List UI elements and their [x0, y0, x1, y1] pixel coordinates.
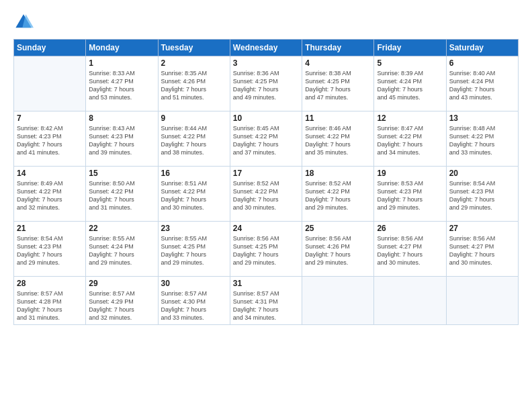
day-info: Sunrise: 8:54 AM Sunset: 4:23 PM Dayligh…: [449, 179, 515, 212]
day-info: Sunrise: 8:45 AM Sunset: 4:22 PM Dayligh…: [233, 124, 299, 157]
weekday-header-monday: Monday: [86, 40, 158, 56]
weekday-header-wednesday: Wednesday: [230, 40, 302, 56]
day-number: 26: [377, 224, 443, 233]
calendar-cell: 3Sunrise: 8:36 AM Sunset: 4:25 PM Daylig…: [230, 56, 302, 111]
day-info: Sunrise: 8:56 AM Sunset: 4:25 PM Dayligh…: [233, 234, 299, 267]
day-number: 29: [89, 279, 154, 288]
calendar-cell: 17Sunrise: 8:52 AM Sunset: 4:22 PM Dayli…: [230, 167, 302, 222]
day-info: Sunrise: 8:53 AM Sunset: 4:23 PM Dayligh…: [377, 179, 443, 212]
day-number: 22: [89, 224, 154, 233]
day-number: 13: [449, 113, 515, 123]
calendar-cell: 11Sunrise: 8:46 AM Sunset: 4:22 PM Dayli…: [302, 111, 374, 167]
calendar-cell: 7Sunrise: 8:42 AM Sunset: 4:23 PM Daylig…: [14, 111, 86, 167]
day-number: 15: [89, 169, 154, 178]
day-number: 30: [161, 279, 227, 288]
calendar-cell: [302, 277, 374, 325]
calendar-cell: 28Sunrise: 8:57 AM Sunset: 4:28 PM Dayli…: [14, 277, 86, 325]
day-info: Sunrise: 8:35 AM Sunset: 4:26 PM Dayligh…: [161, 69, 227, 102]
calendar-cell: 10Sunrise: 8:45 AM Sunset: 4:22 PM Dayli…: [230, 111, 302, 167]
day-info: Sunrise: 8:54 AM Sunset: 4:23 PM Dayligh…: [17, 234, 83, 267]
calendar-week-3: 14Sunrise: 8:49 AM Sunset: 4:22 PM Dayli…: [14, 167, 519, 222]
day-info: Sunrise: 8:51 AM Sunset: 4:22 PM Dayligh…: [161, 179, 227, 212]
calendar-cell: 14Sunrise: 8:49 AM Sunset: 4:22 PM Dayli…: [14, 167, 86, 222]
header: [13, 12, 519, 32]
day-info: Sunrise: 8:56 AM Sunset: 4:27 PM Dayligh…: [449, 234, 515, 267]
day-info: Sunrise: 8:36 AM Sunset: 4:25 PM Dayligh…: [233, 69, 299, 102]
calendar-cell: 9Sunrise: 8:44 AM Sunset: 4:22 PM Daylig…: [158, 111, 230, 167]
day-number: 18: [305, 169, 371, 178]
calendar-cell: 8Sunrise: 8:43 AM Sunset: 4:23 PM Daylig…: [86, 111, 158, 167]
calendar-cell: 4Sunrise: 8:38 AM Sunset: 4:25 PM Daylig…: [302, 56, 374, 111]
day-number: 5: [377, 58, 443, 68]
day-number: 25: [305, 224, 371, 233]
logo: [13, 12, 36, 32]
day-number: 2: [161, 58, 227, 68]
day-number: 16: [161, 169, 227, 178]
day-number: 4: [305, 58, 371, 68]
calendar-cell: [14, 56, 86, 111]
day-info: Sunrise: 8:52 AM Sunset: 4:22 PM Dayligh…: [305, 179, 371, 212]
day-number: 7: [17, 113, 83, 123]
day-info: Sunrise: 8:33 AM Sunset: 4:27 PM Dayligh…: [89, 69, 154, 102]
page: SundayMondayTuesdayWednesdayThursdayFrid…: [0, 0, 532, 411]
calendar-week-2: 7Sunrise: 8:42 AM Sunset: 4:23 PM Daylig…: [14, 111, 519, 167]
day-number: 27: [449, 224, 515, 233]
day-info: Sunrise: 8:56 AM Sunset: 4:27 PM Dayligh…: [377, 234, 443, 267]
calendar-cell: 12Sunrise: 8:47 AM Sunset: 4:22 PM Dayli…: [374, 111, 446, 167]
calendar-cell: [374, 277, 446, 325]
calendar-cell: 25Sunrise: 8:56 AM Sunset: 4:26 PM Dayli…: [302, 222, 374, 277]
weekday-header-row: SundayMondayTuesdayWednesdayThursdayFrid…: [14, 40, 519, 56]
day-number: 17: [233, 169, 299, 178]
day-info: Sunrise: 8:55 AM Sunset: 4:25 PM Dayligh…: [161, 234, 227, 267]
calendar-cell: 1Sunrise: 8:33 AM Sunset: 4:27 PM Daylig…: [86, 56, 158, 111]
day-number: 31: [233, 279, 299, 288]
day-number: 28: [17, 279, 83, 288]
day-info: Sunrise: 8:56 AM Sunset: 4:26 PM Dayligh…: [305, 234, 371, 267]
calendar-week-1: 1Sunrise: 8:33 AM Sunset: 4:27 PM Daylig…: [14, 56, 519, 111]
day-info: Sunrise: 8:57 AM Sunset: 4:28 PM Dayligh…: [17, 289, 83, 322]
weekday-header-friday: Friday: [374, 40, 446, 56]
day-info: Sunrise: 8:48 AM Sunset: 4:22 PM Dayligh…: [449, 124, 515, 157]
day-number: 12: [377, 113, 443, 123]
calendar-cell: 13Sunrise: 8:48 AM Sunset: 4:22 PM Dayli…: [446, 111, 518, 167]
calendar-cell: 15Sunrise: 8:50 AM Sunset: 4:22 PM Dayli…: [86, 167, 158, 222]
logo-icon: [13, 12, 34, 32]
calendar-cell: 30Sunrise: 8:57 AM Sunset: 4:30 PM Dayli…: [158, 277, 230, 325]
day-info: Sunrise: 8:44 AM Sunset: 4:22 PM Dayligh…: [161, 124, 227, 157]
day-number: 23: [161, 224, 227, 233]
calendar-cell: [446, 277, 518, 325]
weekday-header-tuesday: Tuesday: [158, 40, 230, 56]
day-number: 14: [17, 169, 83, 178]
day-number: 10: [233, 113, 299, 123]
day-info: Sunrise: 8:38 AM Sunset: 4:25 PM Dayligh…: [305, 69, 371, 102]
day-number: 9: [161, 113, 227, 123]
calendar-week-5: 28Sunrise: 8:57 AM Sunset: 4:28 PM Dayli…: [14, 277, 519, 325]
weekday-header-thursday: Thursday: [302, 40, 374, 56]
day-info: Sunrise: 8:50 AM Sunset: 4:22 PM Dayligh…: [89, 179, 154, 212]
day-number: 24: [233, 224, 299, 233]
weekday-header-sunday: Sunday: [14, 40, 86, 56]
day-number: 6: [449, 58, 515, 68]
day-info: Sunrise: 8:43 AM Sunset: 4:23 PM Dayligh…: [89, 124, 154, 157]
day-info: Sunrise: 8:49 AM Sunset: 4:22 PM Dayligh…: [17, 179, 83, 212]
calendar-cell: 18Sunrise: 8:52 AM Sunset: 4:22 PM Dayli…: [302, 167, 374, 222]
calendar-cell: 21Sunrise: 8:54 AM Sunset: 4:23 PM Dayli…: [14, 222, 86, 277]
day-info: Sunrise: 8:42 AM Sunset: 4:23 PM Dayligh…: [17, 124, 83, 157]
day-number: 8: [89, 113, 154, 123]
day-info: Sunrise: 8:52 AM Sunset: 4:22 PM Dayligh…: [233, 179, 299, 212]
calendar-cell: 19Sunrise: 8:53 AM Sunset: 4:23 PM Dayli…: [374, 167, 446, 222]
day-number: 11: [305, 113, 371, 123]
day-info: Sunrise: 8:39 AM Sunset: 4:24 PM Dayligh…: [377, 69, 443, 102]
day-info: Sunrise: 8:55 AM Sunset: 4:24 PM Dayligh…: [89, 234, 154, 267]
calendar-cell: 5Sunrise: 8:39 AM Sunset: 4:24 PM Daylig…: [374, 56, 446, 111]
day-number: 1: [89, 58, 154, 68]
calendar-cell: 24Sunrise: 8:56 AM Sunset: 4:25 PM Dayli…: [230, 222, 302, 277]
day-number: 21: [17, 224, 83, 233]
day-info: Sunrise: 8:57 AM Sunset: 4:30 PM Dayligh…: [161, 289, 227, 322]
day-info: Sunrise: 8:46 AM Sunset: 4:22 PM Dayligh…: [305, 124, 371, 157]
calendar-cell: 29Sunrise: 8:57 AM Sunset: 4:29 PM Dayli…: [86, 277, 158, 325]
calendar-cell: 26Sunrise: 8:56 AM Sunset: 4:27 PM Dayli…: [374, 222, 446, 277]
calendar-cell: 6Sunrise: 8:40 AM Sunset: 4:24 PM Daylig…: [446, 56, 518, 111]
calendar-week-4: 21Sunrise: 8:54 AM Sunset: 4:23 PM Dayli…: [14, 222, 519, 277]
day-number: 3: [233, 58, 299, 68]
